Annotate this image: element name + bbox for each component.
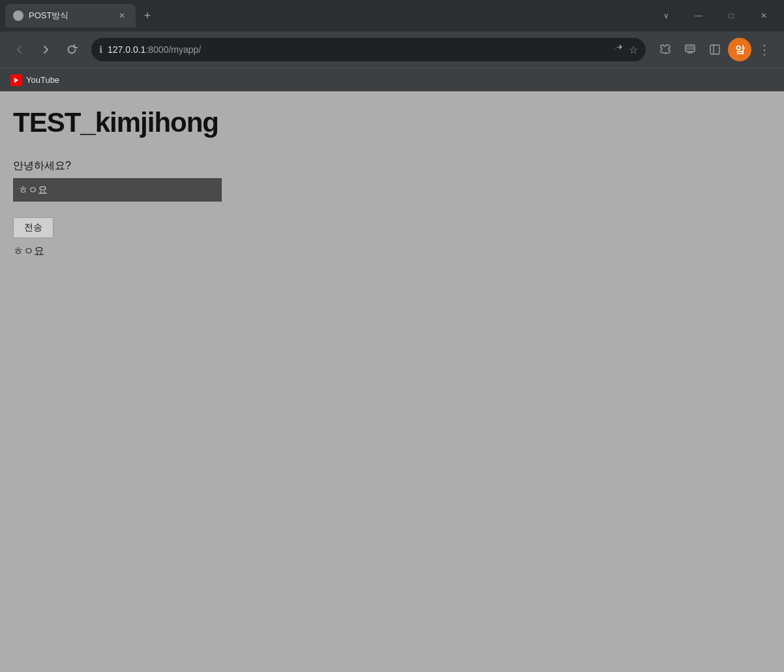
refresh-button[interactable] — [60, 38, 83, 61]
bookmark-youtube-label: YouTube — [26, 75, 59, 85]
back-button[interactable] — [8, 38, 31, 61]
profile-button[interactable]: 암 — [728, 38, 751, 61]
page-content: TEST_kimjihong 안녕하세요? 전송 ㅎㅇ요 — [0, 91, 784, 672]
browser-window: POST방식 ✕ + ∨ — □ ✕ ℹ 127.0.0.1:8000/myap… — [0, 0, 784, 672]
more-menu-button[interactable]: ⋮ — [753, 38, 776, 61]
close-button[interactable]: ✕ — [749, 5, 779, 26]
window-controls: ∨ — □ ✕ — [651, 5, 779, 26]
address-bar[interactable]: ℹ 127.0.0.1:8000/myapp/ ☆ — [91, 38, 646, 61]
minimize-button[interactable]: — — [684, 5, 714, 26]
tab-title: POST방식 — [29, 10, 111, 22]
submit-button[interactable]: 전송 — [13, 217, 53, 238]
toolbar: ℹ 127.0.0.1:8000/myapp/ ☆ 암 ⋮ — [0, 31, 784, 68]
sidebar-button[interactable] — [703, 38, 727, 61]
page-title: TEST_kimjihong — [13, 107, 771, 138]
title-bar: POST방식 ✕ + ∨ — □ ✕ — [0, 0, 784, 31]
bookmarks-bar: YouTube — [0, 68, 784, 91]
new-tab-button[interactable]: + — [138, 7, 157, 25]
chevron-button[interactable]: ∨ — [651, 5, 681, 26]
media-router-button[interactable] — [678, 38, 702, 61]
forward-button[interactable] — [34, 38, 57, 61]
svg-rect-8 — [710, 45, 719, 54]
extensions-button[interactable] — [654, 38, 677, 61]
maximize-button[interactable]: □ — [716, 5, 746, 26]
svg-rect-4 — [686, 45, 695, 52]
youtube-favicon-icon — [10, 74, 22, 86]
tab-close-button[interactable]: ✕ — [116, 10, 128, 22]
text-input[interactable] — [13, 178, 222, 202]
security-info-icon[interactable]: ℹ — [99, 44, 102, 55]
result-text: ㅎㅇ요 — [13, 245, 44, 256]
url-display: 127.0.0.1:8000/myapp/ — [108, 44, 608, 55]
share-icon[interactable] — [613, 43, 624, 56]
toolbar-right: 암 ⋮ — [654, 38, 776, 61]
bookmark-star-icon[interactable]: ☆ — [629, 44, 638, 56]
tab-favicon — [13, 10, 23, 21]
active-tab[interactable]: POST방식 ✕ — [5, 4, 136, 27]
bookmark-youtube[interactable]: YouTube — [5, 72, 65, 89]
form-label: 안녕하세요? — [13, 159, 771, 173]
